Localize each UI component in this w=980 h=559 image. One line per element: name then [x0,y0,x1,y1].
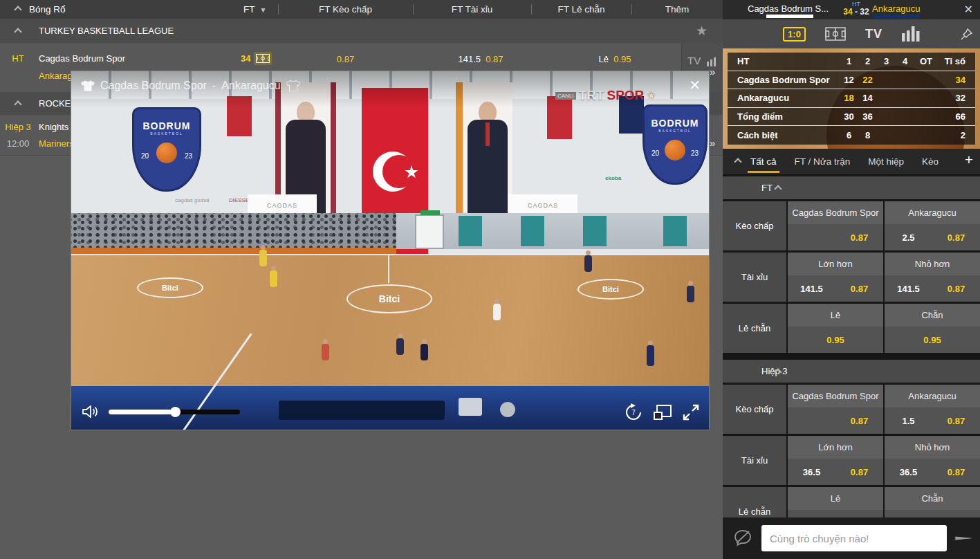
pip-icon[interactable] [654,405,672,420]
odds-cell[interactable]: 141.50.87 [788,275,883,302]
jersey-icon [81,80,95,91]
player-figure [493,304,501,320]
fullscreen-icon[interactable] [683,404,699,421]
more-columns-button[interactable]: Thêm [631,0,723,19]
court-view-icon[interactable] [825,27,846,41]
video-title-separator: - [212,80,216,92]
pin-icon[interactable] [961,28,973,40]
row-expand-arrow[interactable]: » [710,137,715,149]
favorite-star-icon[interactable]: ★ [696,24,708,38]
market-col-header: Ankaragucu [885,201,980,224]
volume-slider[interactable] [109,410,240,414]
scoreboard-row-diff: Cách biệt 68 2 [728,126,975,145]
team1-color-bar [766,15,813,18]
header-team1[interactable]: Cagdas Bodrum S... [748,3,829,14]
scoreboard-row-total: Tổng điểm 3036 66 [728,108,975,127]
video-title-team2: Ankaragucu [221,80,280,92]
odds-cell[interactable]: 36.50.87 [788,459,883,485]
league-header-turkey[interactable]: TURKEY BASKETBALL LEAGUE ★ [0,19,723,43]
market-col-header: Chẵn [885,487,980,510]
basketball-court: Bitci Bitci Bitci [71,254,709,386]
market-handicap: Kèo chấp Cagdas Bodrum Spor Ankaragucu 0… [723,201,980,250]
market-label: Tài xỉu [723,436,786,485]
court-view-icon[interactable] [254,52,272,65]
chat-bar [723,517,980,559]
tab-one-quarter[interactable]: Một hiệp [868,156,904,167]
match-header: Cagdas Bodrum S... HT 34 - 32 Ankaragucu… [723,0,980,19]
chat-input[interactable] [761,525,947,551]
collapse-league-icon[interactable] [14,28,21,35]
sport-header-bar: Bóng Rổ FT▼ FT Kèo chấp FT Tài xỉu FT Lẻ… [0,0,723,19]
player-figure [647,345,654,366]
section-header[interactable]: FT [723,176,980,199]
replay-7-icon[interactable]: 7 [625,403,642,421]
market-overunder: Tài xỉu Lớn hơn Nhỏ hơn 36.50.87 36.50.8… [723,436,980,485]
odds-sections: FT Kèo chấp Cagdas Bodrum Spor Ankaraguc… [723,174,980,536]
sponsor-text: ekoba [605,175,621,181]
odds-cell[interactable]: 2.50.87 [885,224,980,250]
odds-cell[interactable]: 0.95 [788,327,883,353]
odds-cell[interactable]: 0.87 [788,224,883,250]
send-icon[interactable] [954,530,973,547]
speaker-icon[interactable] [81,403,99,420]
add-tab-button[interactable]: + [965,152,973,168]
odds-cell[interactable]: 0.95 [885,327,980,353]
referee-figure [420,344,428,360]
scoreboard-row-away: Ankaragucu 1814 32 [728,89,975,108]
section-q3: Hiệp 3 Kèo chấp Cagdas Bodrum Spor Ankar… [723,360,980,536]
player-figure [322,344,329,360]
chevron-down-icon: ▼ [260,6,267,14]
market-col-header: Lẻ [788,487,883,510]
player-figure [687,286,694,302]
player-figure [270,271,277,287]
collapse-tabs-icon[interactable] [734,158,741,165]
stats-view-icon[interactable] [902,26,920,42]
score-view-button[interactable]: 1:0 [783,27,806,42]
volume-slider-handle[interactable] [170,407,181,417]
oddeven-odds-cell[interactable]: Lẻ 0.95 [548,53,681,66]
live-video-player[interactable]: BODRUM BASKETBOL 2023 BODRUM BASKETBOL 2… [71,71,709,430]
home-team-name: Cagdas Bodrum Spor [39,53,125,64]
odds-cell[interactable]: 0.87 [788,407,883,434]
handicap-odds-cell[interactable]: 0.87 [278,53,413,66]
market-col-header: Cagdas Bodrum Spor [788,201,883,224]
tv-view-button[interactable]: TV [865,27,882,42]
gym-door [415,214,444,249]
header-score: HT 34 - 32 [840,1,872,16]
league-name: ROCKE [39,92,71,115]
odds-cell[interactable]: 36.50.87 [885,459,980,485]
odds-cell[interactable]: 141.50.87 [885,275,980,302]
tab-ft-half[interactable]: FT / Nửa trận [795,156,851,167]
betting-app: Bóng Rổ FT▼ FT Kèo chấp FT Tài xỉu FT Lẻ… [0,0,980,559]
collapse-league-icon[interactable] [14,100,21,108]
market-label: Lẻ chẵn [723,304,786,353]
scoreboard-header-row: HT 12 34 OTTỉ số [728,53,975,71]
market-col-header: Nhỏ hơn [885,436,980,459]
sponsor-text: DIESSE [229,197,249,203]
row-expand-arrow[interactable]: » [710,66,715,77]
sport-title: Bóng Rổ [29,0,66,19]
panel-close-button[interactable]: ✕ [964,3,973,16]
chat-disabled-icon [732,528,753,549]
team2-color-bar [873,15,920,18]
market-tabs: Tất cả FT / Nửa trận Một hiệp Kèo + [723,149,980,174]
match-clock: 12:00 [0,138,36,149]
market-handicap: Kèo chấp Cagdas Bodrum Spor Ankaragucu 0… [723,385,980,434]
collapse-section-icon[interactable] [774,185,782,192]
section-header[interactable]: Hiệp 3 [723,360,980,383]
player-figure [584,255,592,272]
away-team-name: Mariners [39,138,74,149]
odds-cell[interactable]: 1.50.87 [885,407,980,434]
tab-keo[interactable]: Kèo [922,156,939,167]
market-col-header: Lớn hơn [788,436,883,459]
overunder-odds-cell[interactable]: 141.5 0.87 [413,53,548,66]
match-period: Hiệp 3 [0,122,36,132]
market-overunder: Tài xỉu Lớn hơn Nhỏ hơn 141.50.87 141.50… [723,253,980,302]
collapse-sport-icon[interactable] [14,6,21,13]
tab-all[interactable]: Tất cả [750,156,777,167]
market-col-header: Chẵn [885,304,980,327]
period-filter-dropdown[interactable]: FT▼ [243,0,266,19]
video-close-button[interactable]: ✕ [689,77,701,93]
volume-control[interactable] [81,403,240,420]
header-team2[interactable]: Ankaragucu [872,3,920,14]
